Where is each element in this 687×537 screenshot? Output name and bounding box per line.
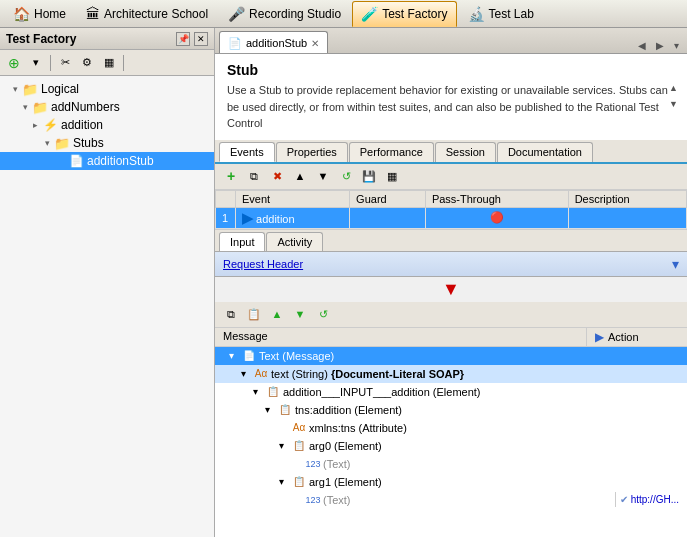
tab-activity[interactable]: Activity (266, 232, 323, 251)
editor-tab-bar: 📄 additionStub ✕ ◀ ▶ ▾ (215, 28, 687, 54)
msg-item-tns-addition[interactable]: ▾ 📋 tns:addition (Element) (215, 401, 687, 419)
row-description (568, 207, 686, 228)
tab-close-button[interactable]: ✕ (311, 38, 319, 49)
indicator-area: ▼ (215, 277, 687, 302)
tab-input[interactable]: Input (219, 232, 265, 251)
request-header-label: Request Header (223, 258, 303, 270)
left-panel: Test Factory 📌 ✕ ⊕ ▾ ✂ ⚙ ▦ ▾ 📁 Logical (0, 28, 215, 537)
msg-item-text2[interactable]: 123 (Text) ✔ http://GH... (215, 491, 687, 509)
msg-up-icon: ▲ (272, 308, 283, 320)
tree-item-stubs[interactable]: ▾ 📁 Stubs (0, 134, 214, 152)
msg-item-addition-input[interactable]: ▾ 📋 addition___INPUT___addition (Element… (215, 383, 687, 401)
msg-down-button[interactable]: ▼ (290, 304, 310, 324)
menu-tab-architecture-school[interactable]: 🏛 Architecture School (77, 1, 217, 27)
tree-label-addnumbers: addNumbers (51, 100, 120, 114)
stub-icon: 📄 (68, 153, 84, 169)
tab-properties[interactable]: Properties (276, 142, 348, 162)
msg-item-arg0[interactable]: ▾ 📋 arg0 (Element) (215, 437, 687, 455)
tree-item-additionstub[interactable]: 📄 additionStub (0, 152, 214, 170)
msg-copy-icon: ⧉ (227, 308, 235, 321)
events-tabs: Events Properties Performance Session Do… (215, 140, 687, 164)
scroll-down-button[interactable]: ▼ (669, 98, 683, 112)
msg-paste-icon: 📋 (247, 308, 261, 321)
expander-addition[interactable]: ▸ (28, 120, 42, 130)
up-icon: ▲ (295, 170, 306, 182)
menu-tab-test-factory[interactable]: 🧪 Test Factory (352, 1, 456, 27)
tab-events[interactable]: Events (219, 142, 275, 162)
msg-folder-icon-1: ▾ (223, 348, 239, 364)
msg-paste-button[interactable]: 📋 (244, 304, 264, 324)
refresh-button[interactable]: ↺ (336, 166, 356, 186)
msg-item-text-string[interactable]: ▾ Aα text (String) {Document-Literal SOA… (215, 365, 687, 383)
editor-tab-additionstub[interactable]: 📄 additionStub ✕ (219, 31, 328, 53)
tab-prev-button[interactable]: ◀ (634, 38, 650, 53)
gear-icon: ⚙ (82, 56, 92, 69)
panel-header-icons: 📌 ✕ (176, 32, 208, 46)
test-lab-icon: 🔬 (468, 6, 485, 22)
bottom-panel: Input Activity Request Header ▾ ▼ ⧉ 📋 ▲ … (215, 230, 687, 538)
cut-button[interactable]: ✂ (55, 53, 75, 73)
expander-stubs[interactable]: ▾ (40, 138, 54, 148)
msg-copy-button[interactable]: ⧉ (221, 304, 241, 324)
event-arrow-icon: ▶ (242, 210, 253, 226)
tab-next-button[interactable]: ▶ (652, 38, 668, 53)
new-item-button[interactable]: ⊕ (4, 53, 24, 73)
add-event-button[interactable]: + (221, 166, 241, 186)
request-header[interactable]: Request Header ▾ (215, 252, 687, 277)
tree-label-logical: Logical (41, 82, 79, 96)
copy-event-button[interactable]: ⧉ (244, 166, 264, 186)
save-icon: 💾 (362, 170, 376, 183)
msg-up-button[interactable]: ▲ (267, 304, 287, 324)
scroll-up-button[interactable]: ▲ (669, 82, 683, 96)
folder-icon-logical: 📁 (22, 81, 38, 97)
tab-menu-button[interactable]: ▾ (670, 38, 683, 53)
grid-button[interactable]: ▦ (99, 53, 119, 73)
expander-logical[interactable]: ▾ (8, 84, 22, 94)
more-button[interactable]: ▦ (382, 166, 402, 186)
save-button[interactable]: 💾 (359, 166, 379, 186)
panel-header: Test Factory 📌 ✕ (0, 28, 214, 50)
msg-item-text1[interactable]: 123 (Text) (215, 455, 687, 473)
menu-tab-test-lab[interactable]: 🔬 Test Lab (459, 1, 543, 27)
msg-elem-icon-3: 📋 (291, 438, 307, 454)
move-up-button[interactable]: ▲ (290, 166, 310, 186)
dropdown-button[interactable]: ▾ (26, 53, 46, 73)
delete-event-button[interactable]: ✖ (267, 166, 287, 186)
msg-item-text-message[interactable]: ▾ 📄 Text (Message) (215, 347, 687, 365)
more-icon: ▦ (387, 170, 397, 183)
panel-close-button[interactable]: ✕ (194, 32, 208, 46)
msg-expand-6: ▾ (273, 438, 289, 454)
msg-expand-8: ▾ (273, 474, 289, 490)
tab-icon: 📄 (228, 37, 242, 50)
move-down-button[interactable]: ▼ (313, 166, 333, 186)
expander-addnumbers[interactable]: ▾ (18, 102, 32, 112)
menu-tab-home[interactable]: 🏠 Home (4, 1, 75, 27)
msg-label-text1: (Text) (323, 458, 351, 470)
menu-tab-recording-studio[interactable]: 🎤 Recording Studio (219, 1, 350, 27)
msg-item-arg1[interactable]: ▾ 📋 arg1 (Element) (215, 473, 687, 491)
tree-item-addnumbers[interactable]: ▾ 📁 addNumbers (0, 98, 214, 116)
tab-session[interactable]: Session (435, 142, 496, 162)
settings-button[interactable]: ⚙ (77, 53, 97, 73)
msg-expand-3: ▾ (247, 384, 263, 400)
event-row-1[interactable]: 1 ▶ addition 🔴 (216, 207, 687, 228)
msg-label-arg1: arg1 (Element) (309, 476, 382, 488)
msg-expand-7 (287, 456, 303, 472)
main-layout: Test Factory 📌 ✕ ⊕ ▾ ✂ ⚙ ▦ ▾ 📁 Logical (0, 28, 687, 537)
tree-item-logical[interactable]: ▾ 📁 Logical (0, 80, 214, 98)
left-toolbar: ⊕ ▾ ✂ ⚙ ▦ (0, 50, 214, 76)
action-link-icon: ✔ (620, 494, 631, 505)
tree-item-addition[interactable]: ▸ ⚡ addition (0, 116, 214, 134)
tab-performance[interactable]: Performance (349, 142, 434, 162)
dropdown-icon: ▾ (33, 56, 39, 69)
menubar: 🏠 Home 🏛 Architecture School 🎤 Recording… (0, 0, 687, 28)
cut-icon: ✂ (61, 56, 70, 69)
message-area: ⧉ 📋 ▲ ▼ ↺ Message ▶ Action (215, 302, 687, 538)
col-event: Event (236, 190, 350, 207)
delete-icon: ✖ (273, 170, 282, 183)
msg-item-xmlns-tns[interactable]: Aα xmlns:tns (Attribute) (215, 419, 687, 437)
grid-icon: ▦ (104, 56, 114, 69)
panel-pin-button[interactable]: 📌 (176, 32, 190, 46)
msg-refresh-button[interactable]: ↺ (313, 304, 333, 324)
tab-documentation[interactable]: Documentation (497, 142, 593, 162)
